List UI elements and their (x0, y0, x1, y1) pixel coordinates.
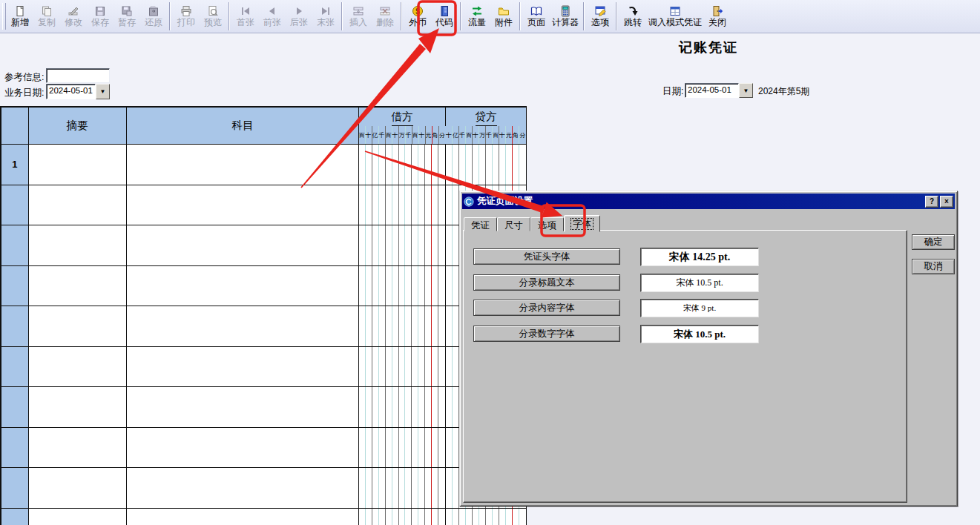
cell-account[interactable] (127, 347, 359, 387)
toolbar-new-button[interactable]: 新增 (7, 4, 33, 29)
debit-digit-col (432, 266, 438, 306)
toolbar-insert-button[interactable]: 插入 (345, 4, 372, 29)
tab-尺寸[interactable]: 尺寸 (497, 217, 530, 231)
cell-account[interactable] (127, 428, 359, 468)
date-dropdown-icon[interactable]: ▼ (739, 83, 753, 98)
toolbar-grip[interactable] (2, 3, 6, 30)
dialog-titlebar[interactable]: 凭证页面设置 ? × (462, 194, 955, 209)
cell-summary[interactable] (29, 468, 127, 508)
date-label: 日期: (662, 85, 683, 98)
cell-debit[interactable] (359, 266, 446, 306)
cell-debit[interactable] (359, 509, 446, 525)
cell-debit[interactable] (359, 145, 446, 185)
cell-credit[interactable] (446, 509, 526, 525)
ok-button[interactable]: 确定 (912, 234, 955, 250)
dialog-app-icon (464, 197, 474, 207)
cell-debit[interactable] (359, 387, 446, 427)
tab-字体[interactable]: 字体 (564, 215, 600, 232)
cell-summary[interactable] (29, 225, 127, 265)
biz-date-label: 业务日期: (4, 87, 44, 99)
toolbar-first-button[interactable]: 首张 (232, 4, 259, 29)
cell-debit[interactable] (359, 306, 446, 346)
debit-digit-col (418, 428, 425, 468)
debit-digit-col: 亿 (372, 126, 379, 144)
toolbar-restore-button[interactable]: 还原 (140, 4, 167, 29)
cell-debit[interactable] (359, 428, 446, 468)
toolbar-preview-button[interactable]: 预览 (200, 4, 226, 29)
date-value: 2024-05-01 (685, 83, 739, 98)
cell-account[interactable] (127, 145, 359, 185)
cell-summary[interactable] (29, 145, 127, 185)
cell-account[interactable] (127, 509, 359, 525)
debit-digit-col (412, 428, 418, 468)
debit-digit-col (438, 225, 445, 265)
cell-account[interactable] (127, 306, 359, 346)
toolbar-print-button[interactable]: 打印 (173, 4, 200, 29)
credit-digit-col (473, 509, 479, 525)
voucher-table: 摘要科目借方百十亿千百十万千百十元角分贷方十亿千百十万千百十元角分1 (0, 106, 527, 525)
credit-digit-col: 分 (519, 126, 526, 144)
cell-summary[interactable] (29, 347, 127, 387)
toolbar-template-button[interactable]: 调入模式凭证 (646, 4, 704, 29)
debit-digit-col (405, 509, 412, 525)
dialog-close-button[interactable]: × (940, 196, 953, 208)
toolbar-calc-button[interactable]: 计算器 (550, 4, 581, 29)
dialog-help-button[interactable]: ? (925, 196, 938, 208)
cell-summary[interactable] (29, 266, 127, 306)
font-select-button-2[interactable]: 分录内容字体 (473, 300, 620, 316)
cell-credit[interactable] (446, 145, 526, 185)
toolbar-save-button[interactable]: 保存 (87, 4, 114, 29)
font-select-button-1[interactable]: 分录标题文本 (473, 274, 620, 291)
cell-summary[interactable] (29, 306, 127, 346)
date-combo[interactable]: 2024-05-01 ▼ (685, 83, 753, 98)
credit-digit-col (486, 509, 493, 525)
toolbar-copy-button[interactable]: 复制 (33, 4, 60, 29)
cell-debit[interactable] (359, 468, 446, 508)
toolbar-page-button[interactable]: 页面 (523, 4, 550, 29)
toolbar-next-button[interactable]: 后张 (286, 4, 312, 29)
font-select-button-3[interactable]: 分录数字字体 (473, 326, 620, 342)
toolbar-edit-button[interactable]: 修改 (60, 4, 87, 29)
toolbar-last-button[interactable]: 末张 (312, 4, 339, 29)
cell-summary[interactable] (29, 428, 127, 468)
toolbar-currency-button[interactable]: $外币 (404, 4, 431, 29)
font-select-button-0[interactable]: 凭证头字体 (473, 248, 620, 265)
cell-account[interactable] (127, 468, 359, 508)
credit-digit-col (453, 306, 459, 346)
cell-account[interactable] (127, 185, 359, 225)
row-number: 1 (1, 145, 29, 185)
table-row: 1 (1, 144, 526, 185)
debit-digit-col (366, 387, 372, 427)
debit-digit-col (392, 428, 399, 468)
cancel-button[interactable]: 取消 (912, 259, 955, 274)
toolbar-button-label: 预览 (204, 17, 222, 27)
cell-debit[interactable] (359, 185, 446, 225)
cell-account[interactable] (127, 266, 359, 306)
toolbar-jump-button[interactable]: 跳转 (619, 4, 646, 29)
toolbar-flow-button[interactable]: 流量 (464, 4, 490, 29)
ref-info-input[interactable] (46, 68, 110, 83)
toolbar-savetemp-button[interactable]: 暂存 (114, 4, 140, 29)
cell-account[interactable] (127, 387, 359, 427)
toolbar-options-button[interactable]: 选项 (587, 4, 614, 29)
cell-debit[interactable] (359, 225, 446, 265)
tab-凭证[interactable]: 凭证 (464, 217, 497, 231)
row-number (1, 306, 29, 346)
toolbar-del-button[interactable]: 删除 (372, 4, 398, 29)
toolbar-close-button[interactable]: 关闭 (704, 4, 731, 29)
toolbar-prev-button[interactable]: 前张 (259, 4, 286, 29)
debit-digit-col (399, 185, 406, 225)
toolbar-attach-button[interactable]: 附件 (490, 4, 517, 29)
cell-account[interactable] (127, 225, 359, 265)
prev-icon (266, 4, 279, 17)
cell-summary[interactable] (29, 509, 127, 525)
debit-digit-col: 分 (439, 126, 446, 144)
biz-date-dropdown-icon[interactable]: ▼ (96, 84, 110, 99)
cell-summary[interactable] (29, 185, 127, 225)
cell-debit[interactable] (359, 347, 446, 387)
debit-digit-col (379, 266, 386, 306)
biz-date-combo[interactable]: 2024-05-01 ▼ (46, 84, 110, 99)
cell-summary[interactable] (29, 387, 127, 427)
tab-选项[interactable]: 选项 (530, 217, 564, 231)
toolbar-code-button[interactable]: 代码 (431, 4, 458, 29)
